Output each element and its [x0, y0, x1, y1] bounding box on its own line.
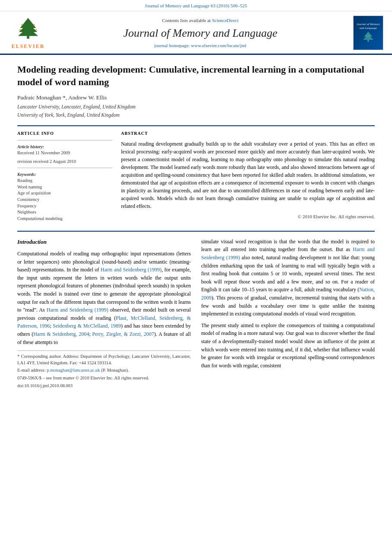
journal-homepage: journal homepage: www.elsevier.com/locat… [48, 42, 353, 49]
intro-para1: Computational models of reading map orth… [17, 250, 191, 346]
contents-line: Contents lists available at ScienceDirec… [48, 17, 353, 24]
keyword-consistency: Consistency [17, 197, 112, 203]
harm-seidenberg-link-2[interactable]: Harm and Seidenberg (1999) [47, 307, 108, 313]
footnote-bottom2: doi:10.1016/j.jml.2010.08.003 [17, 383, 191, 389]
email-suffix: (P. Monaghan). [101, 368, 129, 373]
keyword-frequency: Frequency [17, 203, 112, 210]
body-col-right: simulate visual word recognition is that… [201, 238, 375, 391]
perry-ziegler-link[interactable]: Perry, Ziegler, & Zorzi, 2007 [92, 331, 154, 337]
nation-2009-link[interactable]: Nation, 2009 [201, 287, 375, 301]
elsevier-logo: ELSEVIER [9, 16, 48, 50]
elsevier-tree-icon [13, 16, 43, 42]
harm-seidenberg-2004-link[interactable]: Harm & Seidenberg, 2004 [33, 331, 89, 337]
body-col-left: Introduction Computational models of rea… [17, 238, 191, 391]
abstract-text: Natural reading development gradually bu… [121, 140, 375, 210]
keyword-computational: Computational modeling [17, 216, 112, 222]
keywords-label: Keywords: [17, 172, 112, 178]
intro-para2: simulate visual word recognition is that… [201, 238, 375, 318]
journal-title-header: Journal of Memory and Language [48, 25, 353, 41]
keyword-word-naming: Word naming [17, 184, 112, 191]
top-bar: Journal of Memory and Language 63 (2010)… [0, 0, 392, 11]
science-direct-link[interactable]: ScienceDirect [212, 18, 239, 23]
affiliation2: University of York, York, England, Unite… [17, 111, 375, 118]
keyword-age: Age of acquisition [17, 190, 112, 197]
authors-text: Padraic Monaghan *, Andrew W. Ellis [17, 94, 107, 101]
svg-point-7 [35, 29, 37, 31]
authors-line: Padraic Monaghan *, Andrew W. Ellis [17, 94, 375, 102]
article-title: Modeling reading development: Cumulative… [17, 64, 375, 88]
footnote-bottom1: 0749-596X/$ – see front matter © 2010 El… [17, 375, 191, 382]
copyright-line: © 2010 Elsevier Inc. All rights reserved… [121, 213, 375, 220]
footnote-email: E-mail address: p.monaghan@lancaster.ac.… [17, 367, 191, 374]
footnote-area: * Corresponding author. Address: Departm… [17, 350, 191, 389]
svg-point-4 [21, 24, 23, 25]
svg-point-5 [33, 24, 35, 25]
email-label: E-mail address: [17, 368, 46, 373]
keyword-neighbors: Neighbors [17, 209, 112, 216]
revision-date: revision received 2 August 2010 [17, 159, 112, 165]
affiliation1: Lancaster University, Lancaster, England… [17, 103, 375, 110]
svg-marker-9 [363, 35, 373, 40]
harm-seidenberg-link-1[interactable]: Harm and Seidenberg (1999) [101, 267, 162, 273]
email-link[interactable]: p.monaghan@lancaster.ac.uk [47, 368, 100, 373]
journal-mini-cover: Journal of Memory and Language [353, 16, 383, 50]
journal-header-center: Contents lists available at ScienceDirec… [48, 17, 353, 49]
article-info-panel: ARTICLE INFO Article history: Received 1… [17, 131, 112, 222]
abstract-section: ABSTRACT Natural reading development gra… [121, 131, 375, 222]
keyword-reading: Reading [17, 178, 112, 184]
keywords-section: Keywords: Reading Word naming Age of acq… [17, 172, 112, 222]
svg-rect-10 [367, 40, 369, 42]
info-abstract-section: ARTICLE INFO Article history: Received 1… [17, 125, 375, 222]
contents-label: Contents lists available at [162, 18, 211, 23]
journal-header: ELSEVIER Contents lists available at Sci… [0, 11, 392, 55]
elsevier-brand-text: ELSEVIER [12, 43, 45, 50]
seidenberg-mcclelland-link[interactable]: Seidenberg & McClelland, 1989 [53, 323, 121, 329]
body-section: Introduction Computational models of rea… [17, 231, 375, 391]
received-date: Received 11 November 2009 [17, 150, 112, 156]
history-label: Article history: [17, 144, 112, 150]
info-divider [17, 140, 112, 140]
introduction-heading: Introduction [17, 238, 191, 246]
keywords-divider [17, 168, 112, 168]
article-info-title: ARTICLE INFO [17, 131, 112, 137]
journal-citation: Journal of Memory and Language 63 (2010)… [145, 3, 247, 8]
footnote-corresponding: * Corresponding author. Address: Departm… [17, 353, 191, 366]
abstract-title: ABSTRACT [121, 131, 375, 137]
harm-seidenberg-link-3[interactable]: Harm and Seidenberg (1999) [201, 246, 375, 261]
mini-cover-tree-icon [362, 30, 375, 43]
mini-cover-title: Journal of Memory and Language [355, 22, 381, 30]
svg-point-6 [19, 29, 21, 31]
intro-para3: The present study aimed to explore the c… [201, 322, 375, 370]
main-content: Modeling reading development: Cumulative… [0, 55, 392, 399]
